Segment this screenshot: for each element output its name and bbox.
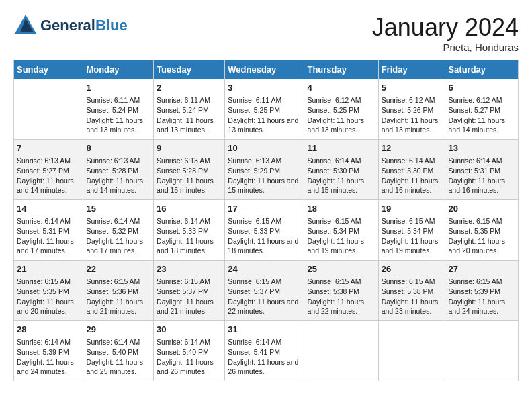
day-number: 8 [86, 142, 150, 154]
day-number: 10 [228, 142, 301, 154]
col-header-wednesday: Wednesday [225, 60, 304, 79]
day-detail: Sunrise: 6:15 AMSunset: 5:33 PMDaylight:… [228, 216, 301, 256]
day-number: 6 [448, 82, 515, 94]
day-detail: Sunrise: 6:15 AMSunset: 5:34 PMDaylight:… [382, 216, 443, 256]
day-cell [378, 321, 445, 381]
day-detail: Sunrise: 6:15 AMSunset: 5:38 PMDaylight:… [307, 277, 375, 316]
day-cell: 5Sunrise: 6:12 AMSunset: 5:26 PMDaylight… [378, 79, 445, 140]
day-detail: Sunrise: 6:13 AMSunset: 5:28 PMDaylight:… [157, 156, 222, 195]
day-cell: 10Sunrise: 6:13 AMSunset: 5:29 PMDayligh… [225, 140, 304, 200]
day-number: 28 [17, 324, 80, 336]
col-header-saturday: Saturday [445, 60, 519, 79]
calendar-table: SundayMondayTuesdayWednesdayThursdayFrid… [13, 60, 519, 381]
day-cell: 19Sunrise: 6:15 AMSunset: 5:34 PMDayligh… [378, 200, 445, 261]
week-row: 7Sunrise: 6:13 AMSunset: 5:27 PMDaylight… [14, 140, 519, 200]
day-number: 17 [228, 203, 301, 215]
week-row: 14Sunrise: 6:14 AMSunset: 5:31 PMDayligh… [14, 200, 519, 261]
day-cell [14, 79, 83, 140]
week-row: 21Sunrise: 6:15 AMSunset: 5:35 PMDayligh… [14, 261, 519, 321]
day-cell: 13Sunrise: 6:14 AMSunset: 5:31 PMDayligh… [445, 140, 519, 200]
col-header-sunday: Sunday [14, 60, 83, 79]
day-number: 25 [307, 263, 375, 275]
day-number: 22 [86, 263, 150, 275]
day-number: 4 [307, 82, 375, 94]
day-cell: 18Sunrise: 6:15 AMSunset: 5:34 PMDayligh… [304, 200, 378, 261]
day-number: 14 [17, 203, 80, 215]
day-detail: Sunrise: 6:11 AMSunset: 5:24 PMDaylight:… [157, 95, 222, 135]
day-cell: 30Sunrise: 6:14 AMSunset: 5:40 PMDayligh… [154, 321, 225, 381]
day-number: 9 [157, 142, 222, 154]
day-number: 29 [86, 324, 150, 336]
header-row: SundayMondayTuesdayWednesdayThursdayFrid… [14, 60, 519, 79]
day-cell: 3Sunrise: 6:11 AMSunset: 5:25 PMDaylight… [225, 79, 304, 140]
day-detail: Sunrise: 6:15 AMSunset: 5:38 PMDaylight:… [382, 277, 443, 316]
day-detail: Sunrise: 6:14 AMSunset: 5:32 PMDaylight:… [86, 216, 150, 256]
day-detail: Sunrise: 6:12 AMSunset: 5:27 PMDaylight:… [448, 95, 515, 135]
day-cell: 8Sunrise: 6:13 AMSunset: 5:28 PMDaylight… [83, 140, 154, 200]
col-header-friday: Friday [378, 60, 445, 79]
day-number: 13 [448, 142, 515, 154]
col-header-tuesday: Tuesday [154, 60, 225, 79]
day-detail: Sunrise: 6:15 AMSunset: 5:35 PMDaylight:… [448, 216, 515, 256]
day-cell: 15Sunrise: 6:14 AMSunset: 5:32 PMDayligh… [83, 200, 154, 261]
day-detail: Sunrise: 6:11 AMSunset: 5:25 PMDaylight:… [228, 95, 301, 135]
day-cell [445, 321, 519, 381]
day-cell: 23Sunrise: 6:15 AMSunset: 5:37 PMDayligh… [154, 261, 225, 321]
month-title: January 2024 [372, 13, 519, 42]
day-cell: 29Sunrise: 6:14 AMSunset: 5:40 PMDayligh… [83, 321, 154, 381]
page-header: GeneralBlue January 2024 Prieta, Hondura… [13, 13, 519, 53]
location-subtitle: Prieta, Honduras [372, 42, 519, 53]
day-number: 31 [228, 324, 301, 336]
day-number: 7 [17, 142, 80, 154]
day-detail: Sunrise: 6:13 AMSunset: 5:28 PMDaylight:… [86, 156, 150, 195]
day-detail: Sunrise: 6:12 AMSunset: 5:26 PMDaylight:… [382, 95, 443, 135]
day-cell: 14Sunrise: 6:14 AMSunset: 5:31 PMDayligh… [14, 200, 83, 261]
day-cell: 27Sunrise: 6:15 AMSunset: 5:39 PMDayligh… [445, 261, 519, 321]
day-cell: 28Sunrise: 6:14 AMSunset: 5:39 PMDayligh… [14, 321, 83, 381]
day-number: 12 [382, 142, 443, 154]
day-number: 20 [448, 203, 515, 215]
day-cell: 25Sunrise: 6:15 AMSunset: 5:38 PMDayligh… [304, 261, 378, 321]
day-detail: Sunrise: 6:15 AMSunset: 5:37 PMDaylight:… [228, 277, 301, 316]
day-detail: Sunrise: 6:14 AMSunset: 5:33 PMDaylight:… [157, 216, 222, 256]
day-cell: 31Sunrise: 6:14 AMSunset: 5:41 PMDayligh… [225, 321, 304, 381]
day-detail: Sunrise: 6:12 AMSunset: 5:25 PMDaylight:… [307, 95, 375, 135]
day-detail: Sunrise: 6:14 AMSunset: 5:31 PMDaylight:… [448, 156, 515, 195]
day-cell [304, 321, 378, 381]
col-header-thursday: Thursday [304, 60, 378, 79]
logo-icon [13, 13, 38, 38]
title-block: January 2024 Prieta, Honduras [372, 13, 519, 53]
day-number: 24 [228, 263, 301, 275]
day-detail: Sunrise: 6:15 AMSunset: 5:39 PMDaylight:… [448, 277, 515, 316]
day-number: 2 [157, 82, 222, 94]
day-detail: Sunrise: 6:14 AMSunset: 5:40 PMDaylight:… [86, 337, 150, 377]
day-cell: 11Sunrise: 6:14 AMSunset: 5:30 PMDayligh… [304, 140, 378, 200]
logo: GeneralBlue [13, 13, 128, 38]
day-cell: 4Sunrise: 6:12 AMSunset: 5:25 PMDaylight… [304, 79, 378, 140]
day-cell: 22Sunrise: 6:15 AMSunset: 5:36 PMDayligh… [83, 261, 154, 321]
day-cell: 1Sunrise: 6:11 AMSunset: 5:24 PMDaylight… [83, 79, 154, 140]
day-detail: Sunrise: 6:14 AMSunset: 5:31 PMDaylight:… [17, 216, 80, 256]
day-detail: Sunrise: 6:11 AMSunset: 5:24 PMDaylight:… [86, 95, 150, 135]
day-number: 18 [307, 203, 375, 215]
day-number: 30 [157, 324, 222, 336]
day-detail: Sunrise: 6:15 AMSunset: 5:36 PMDaylight:… [86, 277, 150, 316]
day-number: 5 [382, 82, 443, 94]
col-header-monday: Monday [83, 60, 154, 79]
day-detail: Sunrise: 6:14 AMSunset: 5:30 PMDaylight:… [382, 156, 443, 195]
day-number: 3 [228, 82, 301, 94]
day-number: 23 [157, 263, 222, 275]
day-detail: Sunrise: 6:13 AMSunset: 5:27 PMDaylight:… [17, 156, 80, 195]
day-cell: 24Sunrise: 6:15 AMSunset: 5:37 PMDayligh… [225, 261, 304, 321]
day-detail: Sunrise: 6:15 AMSunset: 5:35 PMDaylight:… [17, 277, 80, 316]
week-row: 1Sunrise: 6:11 AMSunset: 5:24 PMDaylight… [14, 79, 519, 140]
day-detail: Sunrise: 6:14 AMSunset: 5:40 PMDaylight:… [157, 337, 222, 377]
logo-text: GeneralBlue [40, 17, 128, 34]
day-cell: 26Sunrise: 6:15 AMSunset: 5:38 PMDayligh… [378, 261, 445, 321]
week-row: 28Sunrise: 6:14 AMSunset: 5:39 PMDayligh… [14, 321, 519, 381]
day-number: 21 [17, 263, 80, 275]
day-cell: 20Sunrise: 6:15 AMSunset: 5:35 PMDayligh… [445, 200, 519, 261]
day-cell: 7Sunrise: 6:13 AMSunset: 5:27 PMDaylight… [14, 140, 83, 200]
day-cell: 21Sunrise: 6:15 AMSunset: 5:35 PMDayligh… [14, 261, 83, 321]
day-detail: Sunrise: 6:15 AMSunset: 5:37 PMDaylight:… [157, 277, 222, 316]
